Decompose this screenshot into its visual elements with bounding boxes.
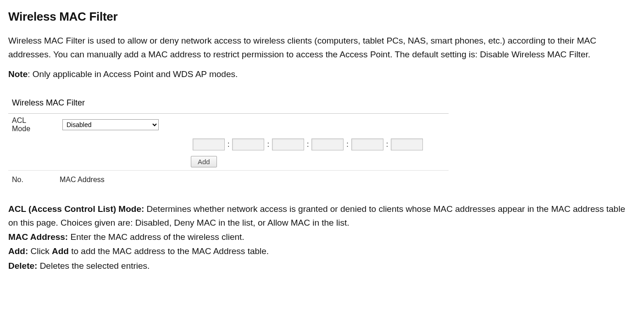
mac-octet-4[interactable] — [311, 139, 344, 150]
add-button[interactable]: Add — [191, 156, 217, 167]
desc-delete: Delete: Deletes the selected entries. — [8, 259, 636, 272]
mac-input-row: : : : : : — [8, 136, 449, 153]
desc-delete-label: Delete: — [8, 261, 37, 271]
mac-octet-3[interactable] — [272, 139, 304, 150]
mac-table-header: No. MAC Address — [8, 170, 449, 190]
acl-label-line2: Mode — [12, 125, 30, 133]
acl-mode-select[interactable]: Disabled — [62, 119, 159, 130]
panel-title: Wireless MAC Filter — [8, 94, 449, 113]
page-title: Wireless MAC Filter — [8, 7, 636, 26]
acl-mode-label: ACL Mode — [12, 116, 62, 133]
mac-filter-panel: Wireless MAC Filter ACL Mode Disabled : … — [8, 94, 449, 190]
acl-label-line1: ACL — [12, 116, 26, 124]
desc-add-post: to add the MAC address to the MAC Addres… — [69, 246, 269, 256]
intro-paragraph: Wireless MAC Filter is used to allow or … — [8, 34, 627, 61]
desc-add-pre: Click — [28, 246, 52, 256]
desc-acl-label: ACL (Access Control List) Mode: — [8, 204, 144, 214]
desc-acl: ACL (Access Control List) Mode: Determin… — [8, 202, 636, 229]
mac-colon: : — [307, 139, 309, 150]
column-no: No. — [12, 174, 60, 186]
mac-octet-1[interactable] — [193, 139, 225, 150]
mac-octet-6[interactable] — [391, 139, 423, 150]
descriptions-block: ACL (Access Control List) Mode: Determin… — [8, 202, 636, 272]
mac-octet-2[interactable] — [232, 139, 264, 150]
desc-add-label: Add: — [8, 246, 28, 256]
mac-colon: : — [228, 139, 229, 150]
mac-octet-5[interactable] — [351, 139, 383, 150]
desc-mac-label: MAC Address: — [8, 232, 68, 242]
desc-mac-text: Enter the MAC address of the wireless cl… — [68, 232, 244, 242]
mac-colon: : — [346, 139, 348, 150]
note-paragraph: Note: Only applicable in Access Point an… — [8, 67, 636, 81]
note-text: : Only applicable in Access Point and WD… — [28, 69, 238, 79]
column-mac-address: MAC Address — [60, 174, 105, 186]
mac-colon: : — [267, 139, 269, 150]
desc-add: Add: Click Add to add the MAC address to… — [8, 244, 636, 258]
note-label: Note — [8, 69, 28, 79]
desc-delete-text: Deletes the selected entries. — [37, 261, 150, 271]
desc-mac: MAC Address: Enter the MAC address of th… — [8, 230, 636, 244]
add-button-row: Add — [8, 153, 449, 170]
acl-mode-row: ACL Mode Disabled — [8, 114, 449, 136]
mac-colon: : — [386, 139, 388, 150]
desc-add-bold: Add — [52, 246, 69, 256]
